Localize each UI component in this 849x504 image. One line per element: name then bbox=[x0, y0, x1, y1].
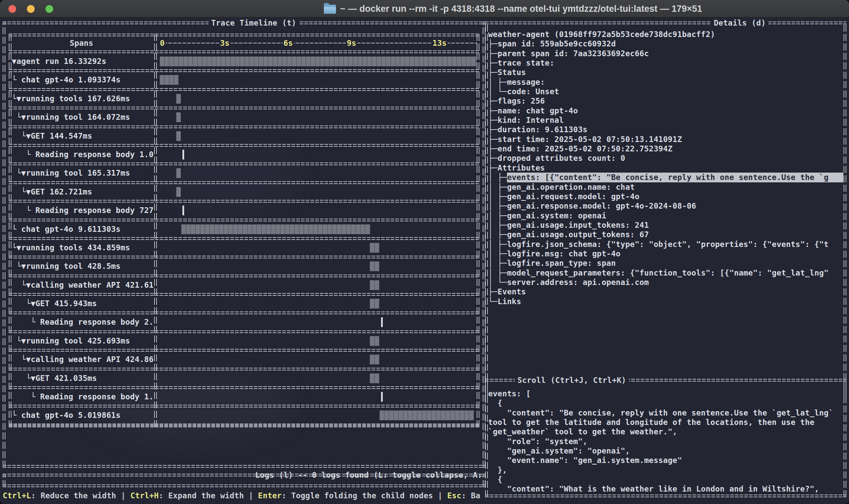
span-row[interactable]: └▼running tools 434.859ms bbox=[9, 238, 479, 257]
span-duration-bar bbox=[370, 336, 379, 346]
table-header: Spans 03s6s9s13s bbox=[9, 34, 479, 52]
tree-prefix: └─ bbox=[488, 297, 498, 306]
scroll-panel-title: Scroll (Ctrl+J, Ctrl+K) bbox=[515, 376, 629, 385]
span-row[interactable]: └ chat gpt-4o 5.019861s bbox=[9, 406, 479, 425]
span-row-track bbox=[159, 220, 477, 238]
panel-border bbox=[3, 21, 5, 468]
span-row-label: └ Reading response body 1.0 bbox=[12, 145, 154, 164]
scroll-body[interactable]: events: [ { "content": "Be concise, repl… bbox=[488, 389, 843, 494]
details-line-text: gen_ai.usage.input_tokens: 241 bbox=[507, 220, 843, 230]
span-row-track bbox=[159, 145, 477, 164]
details-line[interactable]: │ └─server.address: api.openai.com bbox=[488, 277, 843, 287]
span-row[interactable]: └ Reading response body 1. bbox=[9, 388, 479, 406]
scroll-line: "gen_ai.system": "openai", bbox=[488, 446, 843, 455]
close-button[interactable] bbox=[8, 5, 16, 13]
span-row[interactable]: └ Reading response body 727 bbox=[9, 201, 479, 220]
details-line-text: gen_ai.request.model: gpt-4o bbox=[507, 192, 843, 201]
span-row[interactable]: └▼GET 421.035ms bbox=[9, 369, 479, 388]
details-line[interactable]: │ ├─logfire.span_type: span bbox=[488, 258, 843, 268]
details-line[interactable]: ├─name: chat gpt-4o bbox=[488, 106, 843, 115]
span-duration-bar bbox=[370, 262, 379, 271]
span-row[interactable]: └▼running tool 425.693ms bbox=[9, 332, 479, 350]
tree-prefix: │ ├─ bbox=[488, 230, 507, 239]
trace-timeline-panel[interactable]: Trace Timeline (t) Spans 03s6s9s13s ▼age… bbox=[3, 21, 485, 468]
details-line[interactable]: weather-agent (01968ff972a5b53cede738dc9… bbox=[488, 30, 843, 39]
span-row[interactable]: └▼running tools 167.626ms bbox=[9, 90, 479, 108]
details-line[interactable]: │ ├─gen_ai.usage.output_tokens: 67 bbox=[488, 230, 843, 239]
details-line[interactable]: │ ├─model_request_parameters: {"function… bbox=[488, 268, 843, 277]
details-line[interactable]: ├─kind: Internal bbox=[488, 115, 843, 125]
details-line[interactable]: └─Links bbox=[488, 297, 843, 306]
span-row[interactable]: └▼running tool 428.5ms bbox=[9, 257, 479, 275]
span-row[interactable]: ▼agent run 16.33292s bbox=[9, 52, 479, 71]
details-line[interactable]: ├─start time: 2025-05-02 07:50:13.141091… bbox=[488, 134, 843, 144]
scroll-panel[interactable]: Scroll (Ctrl+J, Ctrl+K) events: [ { "con… bbox=[485, 379, 846, 497]
details-line[interactable]: ├─trace state: bbox=[488, 58, 843, 68]
span-row-track bbox=[159, 71, 477, 89]
details-line[interactable]: ├─parent span id: 7aa32363692ec66c bbox=[488, 49, 843, 58]
details-line[interactable]: ├─duration: 9.611303s bbox=[488, 125, 843, 134]
axis-tick-label: 3s bbox=[219, 38, 231, 48]
details-line[interactable]: │ ├─message: bbox=[488, 77, 843, 87]
axis-tick-label: 13s bbox=[431, 38, 448, 48]
details-line[interactable]: │ ├─gen_ai.usage.input_tokens: 241 bbox=[488, 220, 843, 230]
panel-border bbox=[844, 21, 846, 399]
span-row[interactable]: └▼calling weather API 424.86 bbox=[9, 350, 479, 369]
panel-border bbox=[485, 21, 846, 24]
details-line[interactable]: ├─Status bbox=[488, 68, 843, 77]
zoom-button[interactable] bbox=[46, 5, 53, 13]
timeline-ticks: 03s6s9s13s bbox=[159, 38, 477, 48]
scroll-line: "content": "What is the weather like in … bbox=[488, 484, 843, 493]
span-row-track bbox=[159, 127, 477, 145]
span-row[interactable]: └▼calling weather API 421.61 bbox=[9, 276, 479, 294]
scroll-line: "event.name": "gen_ai.system.message" bbox=[488, 455, 843, 465]
span-duration-bar bbox=[181, 224, 370, 234]
span-row[interactable]: └▼running tool 165.317ms bbox=[9, 164, 479, 182]
span-row[interactable]: └ chat gpt-4o 9.611303s bbox=[9, 220, 479, 238]
details-line-text: gen_ai.response.model: gpt-4o-2024-08-06 bbox=[507, 201, 843, 211]
span-row[interactable]: └▼GET 415.943ms bbox=[9, 294, 479, 313]
span-row[interactable]: └▼GET 162.721ms bbox=[9, 183, 479, 201]
details-line[interactable]: │ ├─gen_ai.request.model: gpt-4o bbox=[488, 192, 843, 201]
details-line[interactable]: ├─flags: 256 bbox=[488, 96, 843, 106]
panel-border bbox=[485, 379, 488, 497]
span-duration-bar bbox=[370, 243, 379, 253]
details-line[interactable]: ├─span id: 559ab5e9cc60932d bbox=[488, 39, 843, 49]
span-row[interactable]: └ Reading response body 2. bbox=[9, 313, 479, 331]
span-row[interactable]: └ Reading response body 1.0 bbox=[9, 145, 479, 164]
details-line-text: duration: 9.611303s bbox=[498, 125, 843, 134]
title-bar[interactable]: ~ — docker run --rm -it -p 4318:4318 --n… bbox=[0, 0, 849, 18]
details-line[interactable]: ├─Attributes bbox=[488, 163, 843, 173]
status-text: : Reduce the width | bbox=[31, 491, 130, 500]
span-row[interactable]: └▼GET 144.547ms bbox=[9, 127, 479, 145]
details-line[interactable]: │ ├─events: [{"content": "Be concise, re… bbox=[488, 173, 843, 182]
details-line[interactable]: │ ├─gen_ai.operation.name: chat bbox=[488, 182, 843, 192]
span-duration-bar bbox=[370, 374, 379, 383]
details-line[interactable]: │ ├─logfire.msg: chat gpt-4o bbox=[488, 249, 843, 258]
logs-panel[interactable]: Logs (l) -- 0 logs found (L: toggle coll… bbox=[3, 474, 485, 487]
details-line[interactable]: ├─dropped attributes count: 0 bbox=[488, 154, 843, 163]
details-line[interactable]: │ ├─gen_ai.response.model: gpt-4o-2024-0… bbox=[488, 201, 843, 211]
span-row[interactable]: └ chat gpt-4o 1.093374s bbox=[9, 71, 479, 89]
details-panel[interactable]: Details (d) weather-agent (01968ff972a5b… bbox=[485, 21, 846, 399]
minimize-button[interactable] bbox=[27, 5, 35, 13]
span-row[interactable]: └▼running tool 164.072ms bbox=[9, 108, 479, 126]
status-key: Ctrl+L bbox=[3, 491, 31, 500]
details-line-text: logfire.json_schema: {"type": "object", … bbox=[507, 239, 843, 249]
tree-prefix: │ ├─ bbox=[488, 220, 507, 230]
folder-icon bbox=[324, 5, 336, 14]
tree-prefix: ├─ bbox=[488, 58, 498, 68]
details-line[interactable]: ├─Events bbox=[488, 287, 843, 296]
details-panel-title: Details (d) bbox=[711, 18, 768, 28]
title-group: ~ — docker run --rm -it -p 4318:4318 --n… bbox=[324, 0, 702, 18]
details-line-text: Status bbox=[498, 68, 843, 77]
tree-prefix: │ └─ bbox=[488, 277, 507, 287]
span-row-track bbox=[159, 276, 477, 294]
details-body: weather-agent (01968ff972a5b53cede738dc9… bbox=[488, 30, 843, 306]
details-line[interactable]: │ └─code: Unset bbox=[488, 87, 843, 96]
window-title: ~ — docker run --rm -it -p 4318:4318 --n… bbox=[340, 4, 702, 14]
details-line[interactable]: │ ├─logfire.json_schema: {"type": "objec… bbox=[488, 239, 843, 249]
details-line[interactable]: ├─end time: 2025-05-02 07:50:22.752394Z bbox=[488, 144, 843, 154]
details-line[interactable]: │ ├─gen_ai.system: openai bbox=[488, 211, 843, 220]
status-bar: Ctrl+L: Reduce the width | Ctrl+H: Expan… bbox=[3, 490, 484, 501]
